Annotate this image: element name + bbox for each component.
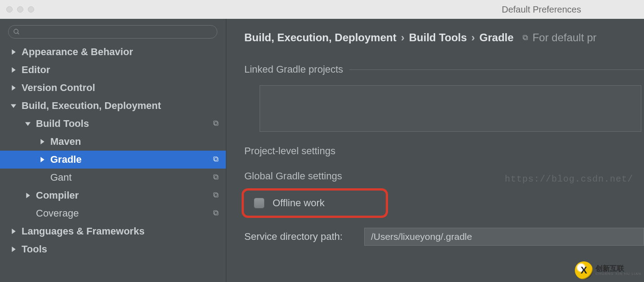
breadcrumb-segment[interactable]: Build, Execution, Deployment	[244, 31, 397, 44]
svg-line-1	[18, 33, 19, 34]
tree-item-build-execution-deployment[interactable]: Build, Execution, Deployment	[0, 97, 226, 115]
tree-label: Compiler	[36, 187, 79, 204]
tree-item-gradle[interactable]: Gradle	[0, 151, 226, 169]
offline-work-checkbox[interactable]	[254, 198, 265, 208]
tree-item-build-tools[interactable]: Build Tools	[0, 115, 226, 133]
tree-item-gant[interactable]: Gant	[0, 169, 226, 187]
service-directory-input[interactable]	[364, 228, 644, 246]
tree-item-compiler[interactable]: Compiler	[0, 187, 226, 204]
svg-marker-10	[40, 157, 44, 162]
svg-marker-20	[12, 229, 15, 234]
logo-text: 创新互联	[595, 265, 641, 272]
svg-rect-8	[214, 121, 217, 125]
chevron-right-icon	[10, 247, 17, 252]
tree-label: Tools	[22, 240, 47, 258]
watermark-text: https://blog.csdn.net/	[505, 174, 633, 184]
tree-label: Maven	[50, 133, 81, 151]
svg-marker-9	[40, 139, 44, 144]
tree-label: Gant	[50, 169, 72, 187]
svg-marker-21	[12, 247, 15, 252]
offline-work-highlight: Offline work	[242, 188, 388, 218]
tree-label: Coverage	[36, 204, 79, 222]
logo-subtext: CHUANG XIN HU LIAN	[595, 272, 641, 276]
chevron-right-icon	[39, 157, 46, 162]
svg-rect-13	[215, 176, 218, 179]
section-title: Global Gradle settings	[244, 170, 342, 182]
section-linked-gradle-projects: Linked Gradle projects	[244, 64, 644, 75]
scope-indicator: For default pr	[522, 31, 597, 44]
tree-item-maven[interactable]: Maven	[0, 133, 226, 151]
minimize-window-icon[interactable]	[17, 6, 23, 13]
svg-marker-6	[25, 122, 31, 126]
chevron-right-icon	[10, 49, 17, 55]
chevron-right-icon: ›	[401, 31, 405, 44]
chevron-right-icon: ›	[472, 31, 475, 44]
svg-marker-4	[12, 85, 15, 91]
window-title: Default Preferences	[502, 4, 581, 15]
svg-rect-17	[214, 193, 217, 196]
svg-marker-5	[11, 104, 16, 108]
svg-rect-16	[215, 194, 218, 197]
svg-point-0	[14, 29, 18, 33]
tree-label: Languages & Frameworks	[22, 222, 145, 240]
chevron-right-icon	[10, 67, 17, 73]
svg-rect-23	[523, 35, 526, 39]
service-directory-label: Service directory path:	[244, 231, 343, 243]
tree-item-tools[interactable]: Tools	[0, 240, 226, 258]
tree-label: Version Control	[22, 79, 95, 97]
search-icon	[13, 28, 20, 35]
tree-item-version-control[interactable]: Version Control	[0, 79, 226, 97]
close-window-icon[interactable]	[6, 6, 13, 13]
svg-rect-14	[214, 175, 217, 178]
svg-rect-11	[215, 158, 218, 161]
breadcrumb-segment[interactable]: Build Tools	[409, 31, 467, 44]
tree-label: Build, Execution, Deployment	[22, 97, 161, 115]
tree-item-coverage[interactable]: Coverage	[0, 204, 226, 222]
svg-marker-15	[26, 193, 30, 198]
project-scope-icon	[212, 169, 220, 187]
svg-marker-3	[12, 67, 15, 73]
window-titlebar: Default Preferences	[0, 0, 644, 19]
search-field[interactable]	[20, 28, 212, 36]
chevron-down-icon	[24, 121, 31, 126]
chevron-right-icon	[24, 193, 31, 198]
svg-rect-12	[214, 157, 217, 161]
svg-rect-18	[215, 212, 218, 215]
linked-projects-list[interactable]	[260, 85, 641, 132]
chevron-right-icon	[10, 229, 17, 234]
project-scope-icon	[212, 204, 220, 222]
svg-rect-7	[215, 122, 218, 126]
chevron-right-icon	[39, 139, 46, 144]
section-project-level-settings: Project-level settings	[244, 145, 644, 157]
breadcrumb-segment: Gradle	[480, 31, 514, 44]
tree-item-languages-frameworks[interactable]: Languages & Frameworks	[0, 222, 226, 240]
settings-tree: Appearance & Behavior Editor Version Con…	[0, 43, 226, 258]
search-input[interactable]	[8, 25, 217, 39]
section-title: Linked Gradle projects	[244, 64, 343, 75]
tree-label: Appearance & Behavior	[22, 43, 133, 61]
service-directory-row: Service directory path:	[244, 228, 644, 246]
project-scope-icon	[212, 115, 220, 133]
svg-rect-19	[214, 211, 217, 214]
project-scope-icon	[212, 187, 220, 204]
project-scope-icon	[212, 151, 220, 169]
chevron-down-icon	[10, 103, 17, 108]
window-controls[interactable]	[0, 6, 34, 13]
svg-marker-2	[12, 49, 15, 55]
zoom-window-icon[interactable]	[28, 6, 34, 13]
settings-detail-pane: Build, Execution, Deployment › Build Too…	[226, 19, 644, 282]
svg-rect-22	[524, 36, 527, 40]
divider	[349, 69, 644, 70]
offline-work-label: Offline work	[273, 197, 325, 209]
scope-text: For default pr	[533, 31, 597, 44]
tree-label: Gradle	[50, 151, 82, 169]
preferences-sidebar: Appearance & Behavior Editor Version Con…	[0, 19, 226, 282]
tree-item-appearance[interactable]: Appearance & Behavior	[0, 43, 226, 61]
breadcrumb: Build, Execution, Deployment › Build Too…	[244, 31, 644, 44]
section-title: Project-level settings	[244, 145, 335, 156]
tree-item-editor[interactable]: Editor	[0, 61, 226, 79]
tree-label: Editor	[22, 61, 50, 79]
chevron-right-icon	[10, 85, 17, 91]
tree-label: Build Tools	[36, 115, 89, 133]
project-scope-icon	[522, 34, 529, 41]
